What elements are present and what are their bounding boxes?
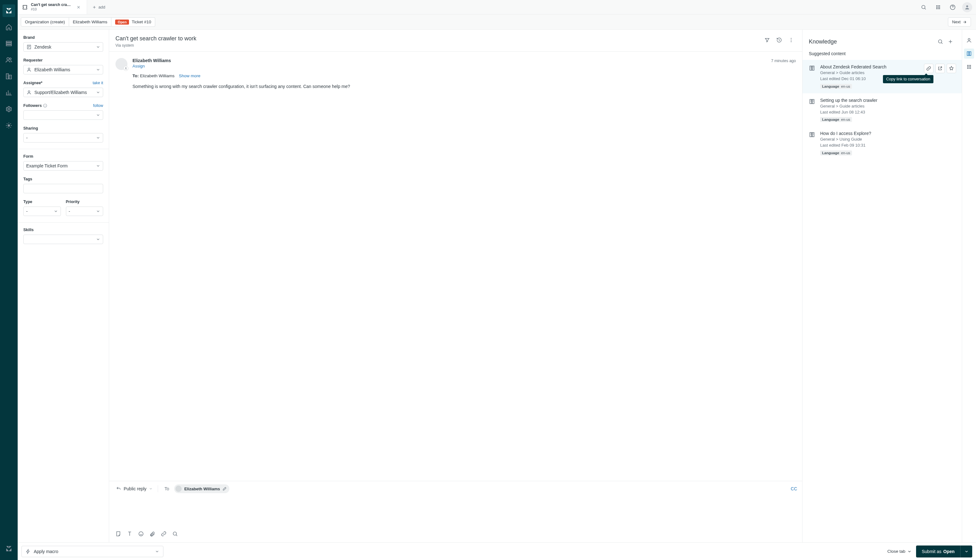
pin-button[interactable] — [947, 64, 956, 73]
form-select[interactable]: Example Ticket Form — [23, 161, 103, 171]
priority-value: - — [69, 209, 70, 214]
tab-ticket[interactable]: Can't get search crawl… #10 — [18, 0, 87, 14]
open-external-button[interactable] — [935, 64, 945, 73]
user-icon — [26, 90, 32, 95]
nav-home-icon[interactable] — [3, 21, 15, 33]
search-icon[interactable] — [919, 2, 929, 12]
nav-customers-icon[interactable] — [3, 53, 15, 66]
svg-rect-18 — [939, 8, 940, 9]
requester-value: Elizabeth Williams — [34, 67, 70, 72]
svg-point-3 — [7, 58, 9, 60]
kb-article-title: Setting up the search crawler — [820, 98, 877, 103]
app-root: Can't get search crawl… #10 add — [0, 0, 976, 560]
svg-point-29 — [139, 532, 143, 536]
chevron-down-icon — [96, 67, 100, 72]
kb-article[interactable]: About Zendesk Federated Search General >… — [802, 60, 962, 93]
history-icon[interactable] — [774, 35, 784, 45]
lightning-icon — [25, 549, 31, 554]
ticket-title: Can't get search crawler to work — [115, 35, 762, 42]
brand-select[interactable]: Zendesk — [23, 42, 103, 52]
filter-icon[interactable] — [762, 35, 772, 45]
status-badge: Open — [115, 20, 129, 25]
followers-select[interactable] — [23, 110, 103, 120]
crumb-organization[interactable]: Organization (create) — [21, 17, 69, 27]
svg-rect-39 — [967, 68, 968, 69]
nav-org-icon[interactable] — [3, 70, 15, 83]
sharing-select[interactable]: - — [23, 133, 103, 143]
svg-rect-35 — [970, 65, 971, 66]
priority-label: Priority — [66, 200, 103, 204]
crumb-ticket[interactable]: Open Ticket #10 — [111, 17, 155, 27]
author-avatar[interactable] — [115, 58, 127, 70]
add-tab-label: add — [98, 5, 105, 10]
assignee-select[interactable]: Support/Elizabeth Williams — [23, 88, 103, 97]
nav-sunshine-icon[interactable] — [3, 119, 15, 132]
show-more-link[interactable]: Show more — [179, 73, 200, 78]
crumb-requester[interactable]: Elizabeth Williams — [69, 17, 112, 27]
insert-note-icon[interactable] — [113, 529, 123, 538]
link-icon[interactable] — [159, 529, 169, 538]
message-author[interactable]: Elizabeth Williams — [132, 58, 171, 63]
close-icon[interactable] — [75, 4, 82, 11]
kb-article[interactable]: How do I access Explore? General > Using… — [802, 127, 962, 160]
attach-icon[interactable] — [148, 529, 157, 538]
nav-rail — [0, 0, 18, 560]
nav-admin-icon[interactable] — [3, 103, 15, 115]
take-it-link[interactable]: take it — [93, 81, 103, 85]
profile-avatar[interactable] — [962, 2, 972, 12]
nav-views-icon[interactable] — [3, 37, 15, 50]
kb-add-icon[interactable] — [945, 37, 956, 47]
recipient-chip[interactable]: Elizabeth Williams — [174, 484, 229, 493]
svg-rect-37 — [969, 67, 970, 67]
chevron-down-icon — [155, 549, 159, 554]
add-tab-button[interactable]: add — [87, 0, 111, 14]
knowledge-context-icon[interactable] — [964, 48, 974, 58]
kb-article-breadcrumb: General > Guide articles — [820, 103, 877, 109]
apply-macro-select[interactable]: Apply macro — [22, 546, 164, 557]
cc-link[interactable]: CC — [791, 486, 797, 491]
kb-search-icon[interactable] — [935, 37, 945, 47]
assignee-value: Support/Elizabeth Williams — [34, 90, 87, 95]
assign-link[interactable]: Assign — [132, 64, 796, 68]
tags-input[interactable] — [23, 184, 103, 193]
followers-label: Followers — [23, 103, 47, 108]
format-text-icon[interactable] — [125, 529, 134, 538]
products-icon[interactable] — [933, 2, 943, 12]
more-options-icon[interactable] — [786, 35, 796, 45]
search-kb-icon[interactable] — [170, 529, 180, 538]
follow-link[interactable]: follow — [93, 103, 103, 108]
submit-button[interactable]: Submit asOpen — [916, 545, 960, 557]
help-icon[interactable] — [948, 2, 958, 12]
reply-type-select[interactable]: Public reply — [114, 485, 155, 493]
copy-link-button[interactable] — [924, 64, 933, 73]
requester-label: Requester — [23, 58, 103, 62]
context-rail — [962, 30, 976, 542]
apps-context-icon[interactable] — [964, 62, 974, 72]
svg-rect-12 — [939, 5, 940, 6]
nav-reporting-icon[interactable] — [3, 87, 15, 99]
skills-select[interactable] — [23, 235, 103, 244]
kb-article[interactable]: Setting up the search crawler General > … — [802, 93, 962, 127]
language-chip: Languageen-us — [820, 84, 852, 89]
close-tab-button[interactable]: Close tab — [888, 549, 912, 554]
kb-article-breadcrumb: General > Guide articles — [820, 70, 886, 76]
composer-textarea[interactable] — [109, 496, 802, 527]
svg-point-28 — [125, 67, 126, 68]
user-context-icon[interactable] — [964, 35, 974, 45]
svg-point-4 — [10, 58, 12, 60]
message-time: 7 minutes ago — [771, 58, 796, 63]
sharing-label: Sharing — [23, 126, 103, 130]
next-button[interactable]: Next — [948, 17, 971, 27]
svg-point-7 — [8, 108, 10, 110]
type-select[interactable]: - — [23, 207, 61, 216]
emoji-icon[interactable] — [136, 529, 146, 538]
svg-rect-16 — [936, 8, 937, 9]
svg-point-25 — [791, 38, 792, 39]
requester-select[interactable]: Elizabeth Williams — [23, 65, 103, 74]
nav-zendesk-logo-icon[interactable] — [3, 542, 15, 555]
edit-icon[interactable] — [222, 487, 227, 491]
nav-logo-icon[interactable] — [3, 4, 15, 17]
submit-dropdown-button[interactable] — [960, 545, 972, 557]
priority-select[interactable]: - — [66, 207, 103, 216]
footer: Apply macro Close tab Submit asOpen — [18, 542, 976, 560]
